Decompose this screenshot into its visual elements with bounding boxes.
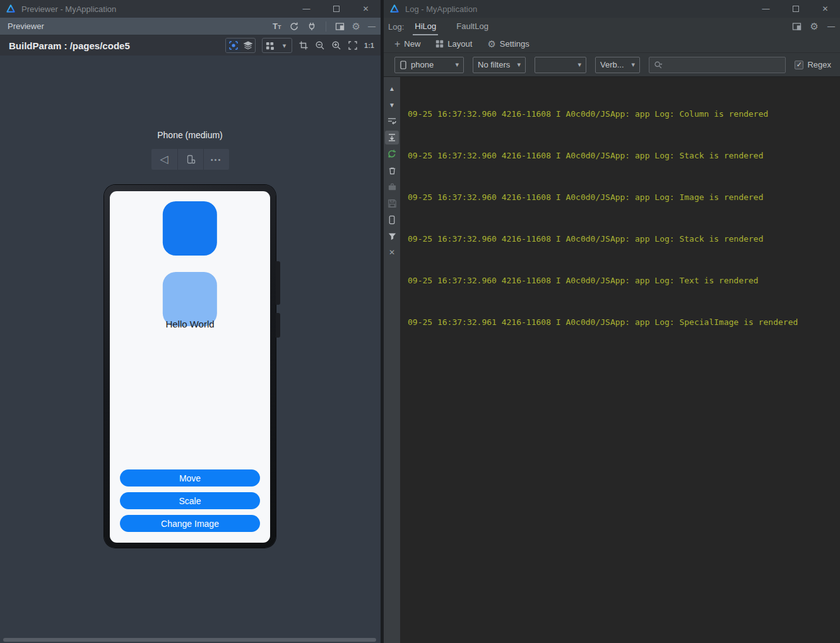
hide-panel-button[interactable] xyxy=(827,22,835,31)
arrow-up-icon xyxy=(389,85,395,92)
layout-grid-icon xyxy=(435,40,444,48)
back-triangle-icon xyxy=(160,153,168,166)
zoom-ratio-button[interactable]: 1:1 xyxy=(364,42,374,49)
inspect-eye-button[interactable] xyxy=(226,38,240,52)
scale-button[interactable]: Scale xyxy=(120,492,260,509)
previewer-panel-label: Previewer xyxy=(8,21,44,31)
settings-label: Settings xyxy=(500,39,529,49)
phone-volume-button xyxy=(276,261,280,305)
search-input[interactable] xyxy=(665,60,781,69)
close-gutter-button[interactable] xyxy=(385,245,399,259)
device-select[interactable]: phone xyxy=(394,57,464,73)
clear-log-button[interactable] xyxy=(385,163,399,177)
log-gutter-toolbar xyxy=(384,77,400,643)
regex-checkbox[interactable] xyxy=(795,61,803,69)
window-title: Log - MyApplication xyxy=(405,4,477,14)
level-select-value: Verb... xyxy=(600,60,627,69)
layout-button[interactable]: Layout xyxy=(435,39,472,49)
crop-frame-button[interactable] xyxy=(299,40,309,50)
chevron-down-icon xyxy=(283,42,287,50)
hide-panel-button[interactable] xyxy=(368,22,376,31)
log-line: 09-25 16:37:32.960 4216-11608 I A0c0d0/J… xyxy=(408,274,840,288)
rotate-device-button[interactable] xyxy=(177,149,203,170)
filters-select-value: No filters xyxy=(478,60,513,69)
rotate-left-button[interactable] xyxy=(151,149,177,170)
new-log-button[interactable]: New xyxy=(394,38,420,50)
close-button[interactable] xyxy=(351,0,381,18)
minimize-icon xyxy=(762,4,770,13)
previewer-toolbar: Previewer xyxy=(0,18,381,35)
build-param-bar: BuildParam : /pages/code5 xyxy=(0,35,381,56)
new-label: New xyxy=(404,39,420,49)
components-dropdown-button[interactable] xyxy=(277,38,292,52)
scroll-to-end-button[interactable] xyxy=(385,131,399,145)
close-icon xyxy=(389,248,395,257)
save-log-button[interactable] xyxy=(385,196,399,210)
zoom-out-button[interactable] xyxy=(315,40,325,50)
log-line: 09-25 16:37:32.960 4216-11608 I A0c0d0/J… xyxy=(408,107,840,121)
zoom-in-button[interactable] xyxy=(331,40,341,50)
filters-select[interactable]: No filters xyxy=(473,57,526,73)
restart-session-button[interactable] xyxy=(385,147,399,161)
tab-faultlog[interactable]: FaultLog xyxy=(454,18,490,35)
app-icon-primary xyxy=(163,201,217,256)
regex-toggle[interactable]: Regex xyxy=(795,60,831,69)
scroll-up-button[interactable] xyxy=(385,81,399,95)
settings-button[interactable]: Settings xyxy=(487,38,529,50)
device-log-button[interactable] xyxy=(385,213,399,227)
log-titlebar: Log - MyApplication xyxy=(384,0,840,18)
fit-to-screen-button[interactable] xyxy=(348,40,358,50)
change-image-button[interactable]: Change Image xyxy=(120,515,260,532)
minimize-button[interactable] xyxy=(751,0,781,18)
close-button[interactable] xyxy=(810,0,840,18)
gear-icon[interactable] xyxy=(352,21,360,32)
maximize-button[interactable] xyxy=(781,0,810,18)
filter-log-button[interactable] xyxy=(385,229,399,243)
window-title: Previewer - MyApplication xyxy=(21,4,116,14)
gear-icon[interactable] xyxy=(810,21,819,32)
ellipsis-icon xyxy=(211,156,222,163)
phone-screen: Hello World Move Scale Change Image xyxy=(110,191,270,543)
log-tabs-label: Log: xyxy=(388,22,404,32)
soft-wrap-button[interactable] xyxy=(385,114,399,128)
minimize-icon xyxy=(303,4,311,13)
scroll-down-button[interactable] xyxy=(385,98,399,112)
previewer-window: Previewer - MyApplication Previewer Buil xyxy=(0,0,381,643)
font-scale-button[interactable] xyxy=(273,21,281,31)
components-grid-button[interactable] xyxy=(263,38,277,52)
panel-layout-button[interactable] xyxy=(792,22,802,31)
log-search-box[interactable] xyxy=(649,57,786,73)
chevron-down-icon xyxy=(517,61,521,69)
device-select-value: phone xyxy=(411,60,451,69)
module-select[interactable] xyxy=(535,57,586,73)
device-label: Phone (medium) xyxy=(157,130,223,143)
refresh-button[interactable] xyxy=(289,21,299,32)
export-case-button[interactable] xyxy=(385,180,399,194)
preview-canvas: Phone (medium) Hello xyxy=(0,56,381,643)
panel-layout-button[interactable] xyxy=(335,22,345,31)
layers-button[interactable] xyxy=(240,38,255,52)
view-mode-group xyxy=(225,38,256,53)
maximize-button[interactable] xyxy=(321,0,351,18)
level-select[interactable]: Verb... xyxy=(595,57,640,73)
chevron-down-icon xyxy=(631,61,635,69)
previewer-titlebar: Previewer - MyApplication xyxy=(0,0,381,18)
horizontal-scrollbar[interactable] xyxy=(3,638,376,642)
search-icon xyxy=(654,61,663,69)
log-action-bar: New Layout Settings xyxy=(384,35,840,53)
move-button[interactable]: Move xyxy=(120,469,260,487)
more-options-button[interactable] xyxy=(203,149,229,170)
phone-icon xyxy=(399,61,407,69)
plus-icon xyxy=(394,38,400,50)
log-output[interactable]: 09-25 16:37:32.960 4216-11608 I A0c0d0/J… xyxy=(400,77,840,643)
arrow-down-icon xyxy=(389,102,395,109)
log-filter-bar: phone No filters Verb... Regex xyxy=(384,53,840,77)
log-line: 09-25 16:37:32.960 4216-11608 I A0c0d0/J… xyxy=(408,191,840,204)
inspector-plug-button[interactable] xyxy=(307,21,317,32)
settings-gear-icon xyxy=(487,38,495,50)
phone-power-button xyxy=(276,313,280,338)
tab-hilog[interactable]: HiLog xyxy=(413,18,438,35)
close-icon xyxy=(362,4,369,13)
minimize-button[interactable] xyxy=(292,0,321,18)
log-window: Log - MyApplication Log: HiLog FaultLog … xyxy=(381,0,840,643)
